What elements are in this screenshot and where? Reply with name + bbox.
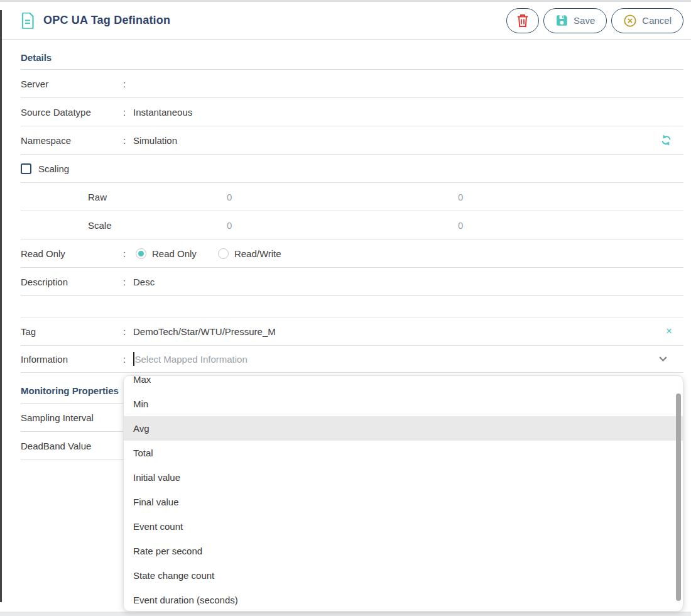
scaling-row: Scaling [21,155,683,183]
spacer-row [21,296,683,317]
raw-input-2[interactable]: 0 [458,192,463,202]
delete-button[interactable] [506,8,539,33]
document-icon [21,13,35,29]
description-row: Description : Desc [21,268,683,296]
namespace-refresh-icon[interactable] [660,135,672,146]
scaling-label: Scaling [38,163,69,174]
information-dropdown: Max Min Avg Total Initial value Final va… [123,375,683,612]
dropdown-item[interactable]: Event count [124,514,683,539]
read-write-option-label: Read/Write [234,248,281,259]
header: OPC UA Tag Defination [2,2,691,40]
read-only-radio-selected[interactable] [136,248,146,259]
server-row: Server : [21,70,683,98]
scale-input-1[interactable]: 0 [227,220,232,231]
tag-row: Tag : DemoTech/Star/WTU/Pressure_M × [21,317,683,346]
raw-row: Raw 0 0 [21,183,683,211]
tag-clear-icon[interactable]: × [666,325,672,338]
dropdown-list: Max Min Avg Total Initial value Final va… [124,375,683,612]
chevron-down-icon[interactable] [658,354,668,365]
opcua-tag-definition-page: OPC UA Tag Defination [0,0,691,616]
deadband-value-label: DeadBand Value [21,441,123,451]
colon: : [123,107,133,118]
information-row: Information : [21,346,683,373]
save-floppy-icon [555,14,569,27]
source-datatype-row: Source Datatype : Instantaneous [21,98,683,126]
dropdown-item-highlighted[interactable]: Avg [124,416,683,441]
read-only-row: Read Only : Read Only Read/Write [21,239,683,268]
scale-label: Scale [21,220,112,231]
bottom-edge-strip [0,612,691,616]
read-only-option-label: Read Only [152,248,197,259]
dropdown-item[interactable]: Max [124,375,683,392]
save-button-label: Save [574,15,595,26]
read-only-label: Read Only [21,248,123,259]
colon: : [123,277,133,287]
server-label: Server [21,79,123,89]
dropdown-item[interactable]: Rate per second [124,539,683,563]
information-input[interactable] [135,354,684,365]
namespace-value[interactable]: Simulation [133,135,177,146]
colon: : [123,248,133,259]
dropdown-item[interactable]: State change count [124,563,683,588]
text-cursor [133,352,134,366]
source-datatype-label: Source Datatype [21,107,123,118]
description-label: Description [21,277,123,287]
tag-value[interactable]: DemoTech/Star/WTU/Pressure_M [133,326,276,337]
read-only-radio-group: Read Only Read/Write [136,248,281,259]
tag-label: Tag [21,326,123,337]
dropdown-item[interactable]: Final value [124,490,683,514]
header-title-group: OPC UA Tag Defination [21,13,170,29]
raw-input-1[interactable]: 0 [227,192,232,202]
dropdown-item[interactable]: Min [124,392,683,416]
cancel-button[interactable]: Cancel [611,8,683,33]
cancel-circle-x-icon [623,14,637,28]
read-write-radio[interactable] [218,248,229,259]
page-title: OPC UA Tag Defination [43,14,170,27]
namespace-row: Namespace : Simulation [21,126,683,155]
information-label: Information [21,354,123,365]
sampling-interval-label: Sampling Interval [21,412,123,423]
raw-label: Raw [21,192,107,202]
read-write-option[interactable]: Read/Write [218,248,281,259]
colon: : [123,135,133,146]
colon: : [123,354,133,365]
scale-row: Scale 0 0 [21,211,683,239]
dropdown-scrollbar-thumb[interactable] [676,393,681,601]
save-button[interactable]: Save [543,8,607,33]
header-buttons: Save Cancel [506,8,683,33]
details-section-heading: Details [21,52,691,63]
scale-input-2[interactable]: 0 [458,220,463,231]
scaling-checkbox[interactable] [21,163,31,174]
colon: : [123,326,133,337]
cancel-button-label: Cancel [642,15,672,26]
source-datatype-value[interactable]: Instantaneous [133,107,192,118]
read-only-option[interactable]: Read Only [136,248,197,259]
dropdown-item[interactable]: Total [124,441,683,465]
trash-icon [516,14,529,28]
description-value[interactable]: Desc [133,277,155,287]
namespace-label: Namespace [21,135,123,146]
colon: : [123,79,133,89]
dropdown-item[interactable]: Initial value [124,465,683,490]
dropdown-item[interactable]: Event duration (seconds) [124,588,683,612]
